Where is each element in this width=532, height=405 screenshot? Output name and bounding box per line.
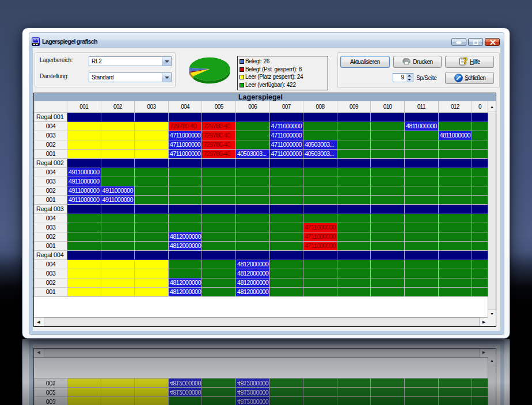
svg-text:?: ?: [463, 56, 468, 66]
